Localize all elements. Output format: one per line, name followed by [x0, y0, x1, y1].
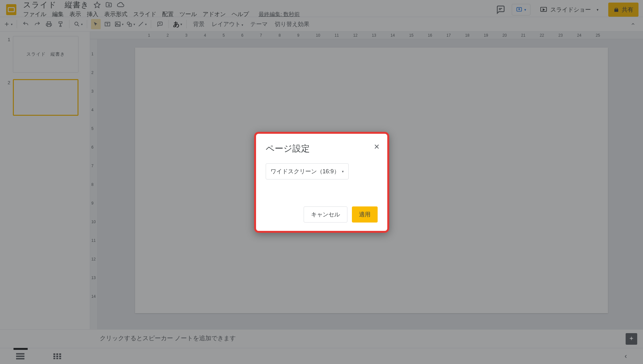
close-icon[interactable]: ✕	[374, 143, 380, 151]
dialog-title: ページ設定	[266, 143, 378, 154]
page-setup-dialog: ページ設定 ✕ ワイドスクリーン（16:9） キャンセル 適用	[256, 134, 387, 231]
aspect-ratio-select[interactable]: ワイドスクリーン（16:9）	[266, 163, 349, 179]
cancel-button[interactable]: キャンセル	[304, 206, 347, 223]
dialog-highlight: ページ設定 ✕ ワイドスクリーン（16:9） キャンセル 適用	[254, 132, 389, 233]
apply-button[interactable]: 適用	[352, 206, 378, 223]
select-value: ワイドスクリーン（16:9）	[271, 168, 340, 175]
modal-overlay: ページ設定 ✕ ワイドスクリーン（16:9） キャンセル 適用	[0, 0, 643, 364]
